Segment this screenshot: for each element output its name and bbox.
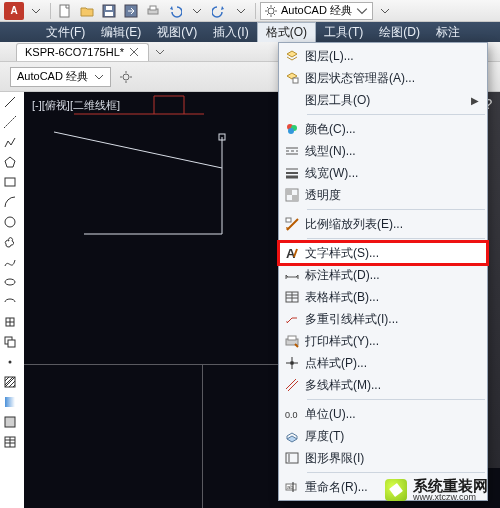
menu-file[interactable]: 文件(F) (38, 22, 93, 42)
menu-view[interactable]: 视图(V) (149, 22, 205, 42)
menu-item-units[interactable]: 0.0 单位(U)... (279, 403, 487, 425)
viewport-split-vertical[interactable] (202, 364, 203, 508)
region-icon[interactable] (0, 412, 20, 432)
menu-item-lineweight[interactable]: 线宽(W)... (279, 162, 487, 184)
workspace-settings-icon[interactable] (115, 66, 137, 88)
svg-point-16 (5, 279, 15, 285)
menu-separator (307, 238, 485, 239)
table-icon[interactable] (0, 432, 20, 452)
svg-rect-19 (8, 340, 15, 347)
ellipse-arc-icon[interactable] (0, 292, 20, 312)
svg-rect-26 (293, 78, 298, 83)
menu-edit[interactable]: 编辑(E) (93, 22, 149, 42)
qat-dropdown[interactable] (26, 2, 46, 20)
svg-rect-31 (286, 189, 292, 195)
polygon-icon[interactable] (0, 152, 20, 172)
construction-line-icon[interactable] (0, 112, 20, 132)
menu-item-linetype[interactable]: 线型(N)... (279, 140, 487, 162)
menu-dimension[interactable]: 标注 (428, 22, 468, 42)
point-icon[interactable] (0, 352, 20, 372)
lineweight-icon (279, 165, 305, 181)
qat-more-icon[interactable] (375, 2, 395, 20)
revision-cloud-icon[interactable] (0, 232, 20, 252)
svg-rect-0 (60, 5, 69, 17)
undo-icon[interactable] (165, 2, 185, 20)
plot-icon[interactable] (143, 2, 163, 20)
units-icon: 0.0 (279, 406, 305, 422)
menu-item-thickness[interactable]: 厚度(T) (279, 425, 487, 447)
svg-rect-32 (292, 195, 298, 201)
menu-item-layer-state[interactable]: 图层状态管理器(A)... (279, 67, 487, 89)
menu-item-layer[interactable]: 图层(L)... (279, 45, 487, 67)
document-tab[interactable]: KSPR-6CO7175HL* (16, 43, 149, 61)
mleader-style-icon (279, 311, 305, 327)
menu-insert[interactable]: 插入(I) (205, 22, 256, 42)
app-logo[interactable]: A (4, 2, 24, 20)
menu-item-plot-style[interactable]: 打印样式(Y)... (279, 330, 487, 352)
spline-icon[interactable] (0, 252, 20, 272)
rectangle-icon[interactable] (0, 172, 20, 192)
watermark-logo-icon (385, 479, 407, 501)
open-icon[interactable] (77, 2, 97, 20)
watermark-url: www.xtczw.com (413, 493, 488, 502)
hatch-icon[interactable] (0, 372, 20, 392)
saveas-icon[interactable] (121, 2, 141, 20)
drawing-geometry (24, 92, 304, 272)
plot-style-icon (279, 333, 305, 349)
menu-item-table-style[interactable]: 表格样式(B)... (279, 286, 487, 308)
insert-block-icon[interactable] (0, 312, 20, 332)
menu-item-text-style[interactable]: A 文字样式(S)... (279, 242, 487, 264)
arc-icon[interactable] (0, 192, 20, 212)
menu-item-scale-list[interactable]: 比例缩放列表(E)... (279, 213, 487, 235)
dim-style-icon (279, 267, 305, 283)
workspace-combo-2[interactable]: AutoCAD 经典 (10, 67, 111, 87)
close-icon[interactable] (128, 46, 140, 58)
menu-item-transparency[interactable]: 透明度 (279, 184, 487, 206)
point-style-icon (279, 355, 305, 371)
separator (255, 3, 256, 19)
svg-rect-23 (5, 417, 15, 427)
menu-separator (307, 209, 485, 210)
menu-draw[interactable]: 绘图(D) (371, 22, 428, 42)
layer-icon (279, 48, 305, 64)
menu-item-layer-tools[interactable]: 图层工具(O) ▶ (279, 89, 487, 111)
menu-item-dim-style[interactable]: 标注样式(D)... (279, 264, 487, 286)
svg-point-20 (9, 361, 12, 364)
new-icon[interactable] (55, 2, 75, 20)
table-style-icon (279, 289, 305, 305)
svg-point-15 (5, 217, 15, 227)
workspace-combo[interactable]: AutoCAD 经典 (260, 2, 373, 20)
menu-bar: 文件(F) 编辑(E) 视图(V) 插入(I) 格式(O) 工具(T) 绘图(D… (0, 22, 500, 42)
tab-title: KSPR-6CO7175HL* (25, 46, 124, 58)
menu-format[interactable]: 格式(O) (257, 22, 316, 42)
save-icon[interactable] (99, 2, 119, 20)
layer-state-icon (279, 70, 305, 86)
submenu-arrow-icon: ▶ (471, 95, 479, 106)
line-icon[interactable] (0, 92, 20, 112)
circle-icon[interactable] (0, 212, 20, 232)
chevron-down-icon (356, 5, 368, 17)
menu-item-mline-style[interactable]: 多线样式(M)... (279, 374, 487, 396)
menu-item-limits[interactable]: 图形界限(I) (279, 447, 487, 469)
menu-item-color[interactable]: 颜色(C)... (279, 118, 487, 140)
svg-point-29 (288, 128, 294, 134)
menu-item-point-style[interactable]: 点样式(P)... (279, 352, 487, 374)
menu-item-mleader-style[interactable]: 多重引线样式(I)... (279, 308, 487, 330)
menu-tools[interactable]: 工具(T) (316, 22, 371, 42)
svg-point-38 (290, 361, 294, 365)
undo-dropdown-icon[interactable] (187, 2, 207, 20)
svg-point-8 (123, 74, 129, 80)
svg-rect-6 (150, 6, 156, 10)
redo-dropdown-icon[interactable] (231, 2, 251, 20)
format-menu-dropdown: 图层(L)... 图层状态管理器(A)... 图层工具(O) ▶ 颜色(C)..… (278, 42, 488, 501)
make-block-icon[interactable] (0, 332, 20, 352)
gradient-icon[interactable] (0, 392, 20, 412)
svg-rect-3 (106, 6, 112, 10)
menu-separator (307, 472, 485, 473)
tabs-dropdown-icon[interactable] (153, 45, 167, 59)
ellipse-icon[interactable] (0, 272, 20, 292)
redo-icon[interactable] (209, 2, 229, 20)
polyline-icon[interactable] (0, 132, 20, 152)
separator (50, 3, 51, 19)
svg-rect-37 (288, 336, 296, 340)
